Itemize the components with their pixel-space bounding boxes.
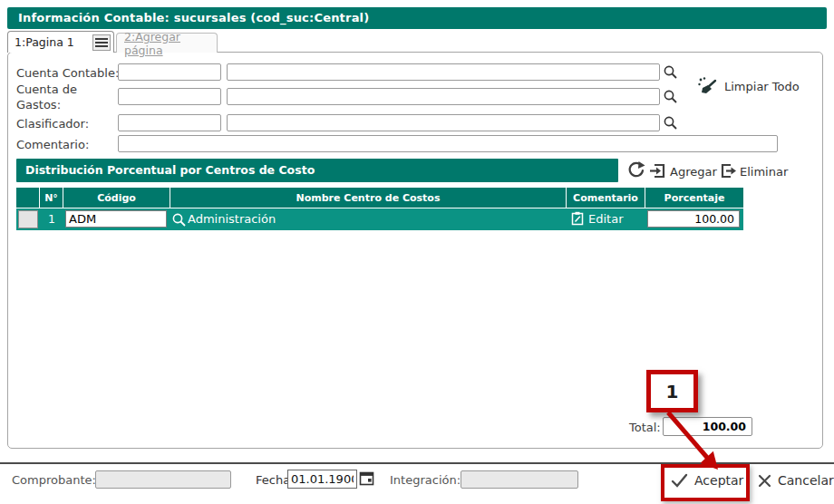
eliminar-button[interactable]: Eliminar bbox=[740, 165, 788, 179]
add-row-icon[interactable] bbox=[649, 162, 666, 179]
remove-row-icon[interactable] bbox=[720, 162, 737, 179]
window-title: Información Contable: sucursales (cod_su… bbox=[7, 7, 827, 29]
tab-agregar-pagina-label: 2:Agregar página bbox=[124, 30, 217, 57]
search-icon[interactable] bbox=[663, 89, 678, 104]
col-comentario: Comentario bbox=[567, 188, 645, 208]
grid-title: Distribución Porcentual por Centros de C… bbox=[16, 159, 618, 182]
porcentaje-input[interactable] bbox=[647, 210, 740, 228]
tab-pagina-1-label: 1:Pagina 1 bbox=[15, 35, 92, 49]
cancelar-button[interactable]: Cancelar bbox=[758, 469, 834, 492]
comprobante-input bbox=[95, 470, 231, 489]
centro-costo-nombre: Administración bbox=[188, 212, 276, 226]
integracion-input bbox=[461, 470, 578, 489]
search-icon[interactable] bbox=[663, 115, 678, 131]
refresh-icon[interactable] bbox=[626, 160, 645, 179]
cuenta-contable-label: Cuenta Contable: bbox=[16, 66, 119, 80]
search-icon[interactable] bbox=[663, 64, 678, 80]
annotation-highlight-rect bbox=[661, 464, 750, 501]
x-icon bbox=[758, 474, 771, 488]
col-codigo: Código bbox=[63, 188, 170, 208]
limpiar-todo-label: Limpiar Todo bbox=[724, 80, 800, 93]
editar-label: Editar bbox=[588, 212, 624, 226]
fecha-input[interactable] bbox=[287, 470, 357, 489]
col-porcentaje: Porcentaje bbox=[645, 188, 743, 208]
tab-menu-icon[interactable] bbox=[92, 34, 111, 51]
annotation-step-box: 1 bbox=[646, 370, 698, 412]
table-header-row: N° Código Nombre Centro de Costos Coment… bbox=[16, 188, 743, 208]
cancelar-label: Cancelar bbox=[778, 473, 834, 488]
cuenta-gastos-code-input[interactable] bbox=[118, 88, 221, 105]
total-label: Total: bbox=[629, 421, 661, 434]
col-numero: N° bbox=[40, 188, 63, 208]
informacion-contable-window: Información Contable: sucursales (cod_su… bbox=[0, 0, 834, 504]
annotation-step-number: 1 bbox=[666, 381, 679, 402]
cuenta-contable-code-input[interactable] bbox=[118, 63, 221, 81]
clasificador-label: Clasificador: bbox=[16, 117, 89, 131]
comentario-label: Comentario: bbox=[16, 138, 89, 151]
cuenta-contable-name-input[interactable] bbox=[227, 63, 660, 81]
table-row: 1 Administración Editar bbox=[16, 208, 743, 230]
edit-icon bbox=[571, 211, 584, 226]
col-nombre: Nombre Centro de Costos bbox=[170, 188, 567, 208]
tab-pagina-1[interactable]: 1:Pagina 1 bbox=[7, 31, 114, 53]
row-number: 1 bbox=[40, 212, 63, 226]
col-selector bbox=[16, 188, 40, 208]
clasificador-name-input[interactable] bbox=[227, 114, 660, 131]
cuenta-gastos-name-input[interactable] bbox=[227, 88, 660, 105]
calendar-icon[interactable] bbox=[359, 470, 374, 486]
comprobante-label: Comprobante: bbox=[12, 473, 96, 487]
editar-button[interactable]: Editar bbox=[571, 211, 624, 226]
limpiar-todo-button[interactable]: Limpiar Todo bbox=[696, 73, 803, 100]
integracion-label: Integración: bbox=[390, 473, 461, 487]
row-selector-cell[interactable] bbox=[18, 210, 38, 228]
agregar-button[interactable]: Agregar bbox=[670, 165, 717, 179]
total-value bbox=[663, 417, 752, 436]
search-icon[interactable] bbox=[171, 212, 187, 228]
cuenta-gastos-label: Cuenta de Gastos: bbox=[16, 82, 107, 112]
comentario-input[interactable] bbox=[118, 135, 778, 152]
main-panel bbox=[7, 52, 823, 449]
broom-icon bbox=[696, 75, 718, 97]
clasificador-code-input[interactable] bbox=[118, 114, 221, 131]
codigo-input[interactable] bbox=[65, 210, 167, 228]
tab-agregar-pagina[interactable]: 2:Agregar página bbox=[116, 33, 218, 53]
